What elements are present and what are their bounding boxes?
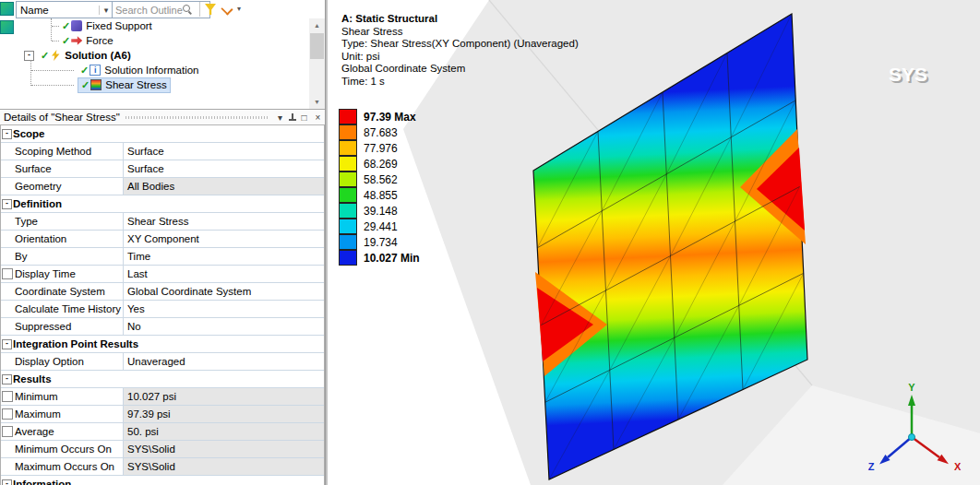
ansys-mechanical-window: Name ▾ ▾ ✓Fixed Support✓Force-✓Solution … (0, 0, 980, 485)
details-row-value[interactable]: Shear Stress (124, 213, 324, 230)
row-gutter (1, 423, 13, 440)
details-row-value[interactable]: Unaveraged (124, 353, 324, 370)
tree-item-label: Shear Stress (105, 79, 166, 90)
search-input[interactable] (112, 1, 210, 18)
parameter-checkbox[interactable] (2, 391, 13, 402)
details-row: OrientationXY Component (1, 230, 324, 247)
legend-value: 77.976 (364, 142, 398, 155)
legend-swatch (339, 172, 357, 187)
details-row: TypeShear Stress (1, 212, 324, 230)
graphics-viewport[interactable]: SYS SYS Y X Z A: Static Structural Shear… (328, 0, 980, 485)
tree-guide (52, 26, 59, 27)
details-row-value[interactable]: Last (124, 266, 324, 282)
row-gutter (1, 458, 13, 475)
legend-swatch (339, 156, 357, 172)
titlebar-grip[interactable] (125, 116, 268, 119)
row-gutter (1, 143, 13, 160)
legend-value: 68.269 (364, 158, 398, 171)
tree-row-content[interactable]: ✓Solution (A6) (38, 49, 134, 63)
force-icon (71, 35, 82, 46)
details-row-value[interactable]: Yes (124, 301, 324, 317)
legend-entry: 10.027 Min (339, 250, 420, 266)
details-group-header[interactable]: -Results (1, 370, 324, 387)
details-group-header[interactable]: -Scope (1, 125, 324, 142)
chevron-down-icon[interactable]: ▾ (273, 112, 287, 123)
group-expander-icon[interactable]: - (2, 129, 12, 139)
tree-row-content[interactable]: ✓Solution Information (78, 64, 202, 77)
tree-item-solution[interactable]: -✓Solution (A6) (0, 48, 309, 63)
z-axis-label: Z (868, 461, 875, 472)
details-row-value[interactable]: XY Component (124, 231, 324, 247)
legend-value: 19.734 (364, 236, 398, 249)
scroll-down-icon[interactable]: ▼ (309, 95, 325, 109)
details-row-value: 10.027 psi (124, 388, 324, 405)
tree-guide (51, 18, 52, 41)
tree-row-content[interactable]: ✓Fixed Support (59, 19, 155, 33)
legend-entry: 19.734 (339, 234, 420, 250)
part-label: SYS (889, 64, 927, 85)
expand-chevron-icon[interactable] (221, 3, 233, 15)
parameter-checkbox[interactable] (2, 408, 13, 420)
tree-row-content[interactable]: ✓Force (59, 34, 116, 48)
details-row: Maximum Occurs OnSYS\Solid (1, 457, 324, 475)
pin-icon[interactable] (287, 112, 297, 124)
cropped-toolbar-icon[interactable] (0, 2, 14, 16)
result-time: Time: 1 s (341, 76, 579, 89)
legend-swatch (339, 219, 357, 234)
details-row: Display OptionUnaveraged (1, 352, 324, 370)
details-row-value[interactable]: No (124, 318, 324, 335)
tree-item-label: Force (86, 35, 113, 46)
tree-guide (30, 60, 31, 86)
legend-entry: 77.976 (339, 140, 420, 156)
row-gutter (1, 213, 13, 230)
group-expander-icon[interactable]: - (2, 199, 12, 209)
result-unit: Unit: psi (341, 51, 579, 64)
details-title: Details of "Shear Stress" (4, 112, 120, 123)
details-row-value[interactable]: Surface (124, 143, 324, 160)
solution-icon (50, 50, 61, 61)
group-expander-icon[interactable]: - (2, 479, 12, 485)
scrollbar-thumb[interactable] (310, 33, 324, 59)
tree-row-content[interactable]: ✓Shear Stress (78, 77, 171, 93)
group-expander-icon[interactable]: - (2, 339, 12, 349)
triad-origin[interactable] (909, 434, 915, 441)
details-group-header[interactable]: -Definition (1, 195, 324, 212)
group-gutter: - (1, 476, 13, 485)
row-gutter (1, 301, 13, 317)
chevron-down-icon[interactable]: ▾ (99, 6, 113, 15)
legend-entry: 58.562 (339, 172, 420, 187)
parameter-checkbox[interactable] (2, 268, 13, 279)
tree-expander[interactable]: - (24, 51, 34, 61)
group-gutter: - (1, 195, 13, 212)
details-row-label: Suppressed (13, 318, 124, 335)
legend-value: 29.441 (364, 220, 398, 233)
details-row-label: Geometry (13, 178, 124, 195)
tree-item-label: Solution (A6) (65, 50, 131, 61)
check-icon: ✓ (41, 50, 49, 62)
details-row-value[interactable]: Surface (124, 160, 324, 177)
close-icon[interactable]: × (311, 112, 325, 123)
details-row: Minimum10.027 psi (1, 387, 324, 405)
details-row-label: Type (13, 213, 124, 230)
details-row-value[interactable]: Global Coordinate System (124, 283, 324, 300)
maximize-icon[interactable]: □ (297, 112, 311, 123)
details-titlebar: Details of "Shear Stress" ▾ □ × (0, 110, 325, 125)
tree-scrollbar[interactable]: ▲ ▼ (309, 18, 325, 109)
tree-item-fixed-support[interactable]: ✓Fixed Support (0, 18, 309, 33)
scroll-up-icon[interactable]: ▲ (309, 18, 325, 32)
legend-entry: 87.683 (339, 124, 420, 140)
toolbar-separator (199, 2, 200, 17)
fixed-support-icon (71, 20, 82, 31)
details-group-header[interactable]: -Integration Point Results (1, 335, 324, 352)
parameter-checkbox[interactable] (2, 426, 13, 437)
details-row-label: Minimum (13, 388, 124, 405)
details-group-header[interactable]: -Information (1, 475, 324, 485)
check-icon: ✓ (62, 20, 70, 32)
chevron-down-icon[interactable]: ▾ (237, 5, 241, 13)
name-filter-dropdown[interactable]: Name ▾ (16, 1, 114, 18)
row-gutter (1, 318, 13, 335)
details-row-value[interactable]: Time (124, 248, 324, 265)
group-expander-icon[interactable]: - (2, 374, 12, 384)
search-icon[interactable] (183, 5, 190, 12)
tree-item-force[interactable]: ✓Force (0, 33, 309, 48)
